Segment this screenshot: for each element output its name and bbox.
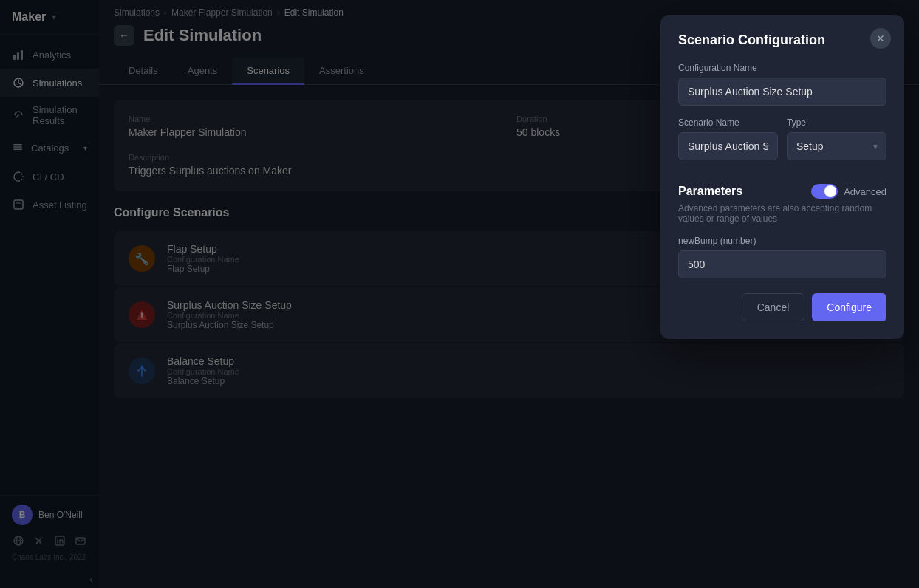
scenario-name-label: Scenario Name xyxy=(678,117,778,128)
modal-row-scenario-type: Scenario Name Surplus Auction Size Setup… xyxy=(678,117,886,172)
scenario-name-select[interactable]: Surplus Auction Size Setup xyxy=(678,132,778,160)
parameters-header: Parameters Advanced xyxy=(678,184,886,199)
param-newbump-field: newBump (number) xyxy=(678,236,886,278)
scenario-name-select-wrapper: Surplus Auction Size Setup xyxy=(678,132,778,160)
scenario-name-field: Scenario Name Surplus Auction Size Setup xyxy=(678,117,778,160)
advanced-toggle[interactable] xyxy=(811,184,838,199)
configure-button[interactable]: Configure xyxy=(812,293,886,321)
modal-overlay: Scenario Configuration ✕ Configuration N… xyxy=(0,0,919,588)
config-name-field: Configuration Name xyxy=(678,63,886,106)
config-name-input[interactable] xyxy=(678,78,886,106)
cancel-button[interactable]: Cancel xyxy=(742,293,805,321)
advanced-label: Advanced xyxy=(844,186,886,197)
config-name-label: Configuration Name xyxy=(678,63,886,73)
type-select-wrapper: Setup Teardown Trigger xyxy=(787,132,886,160)
parameters-description: Advanced parameters are also accepting r… xyxy=(678,203,886,224)
modal-footer: Cancel Configure xyxy=(678,293,886,321)
scenario-configuration-modal: Scenario Configuration ✕ Configuration N… xyxy=(660,15,904,339)
param-newbump-input[interactable] xyxy=(678,250,886,278)
type-field: Type Setup Teardown Trigger xyxy=(787,117,886,160)
type-select[interactable]: Setup Teardown Trigger xyxy=(787,132,886,160)
modal-close-button[interactable]: ✕ xyxy=(870,28,891,49)
advanced-toggle-row: Advanced xyxy=(811,184,886,199)
param-newbump-label: newBump (number) xyxy=(678,236,886,246)
parameters-title: Parameters xyxy=(678,185,742,198)
modal-title: Scenario Configuration xyxy=(678,33,886,48)
type-label: Type xyxy=(787,117,886,128)
